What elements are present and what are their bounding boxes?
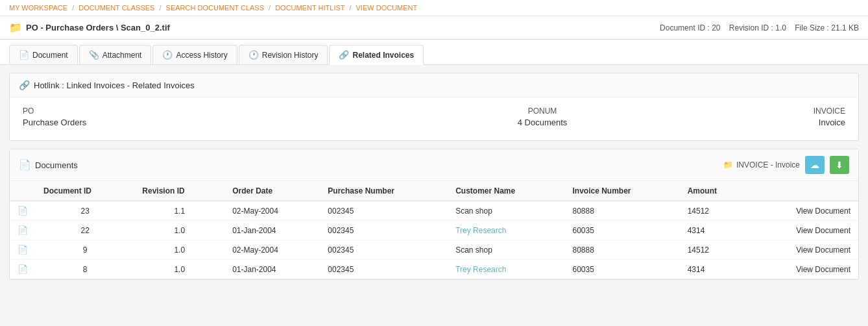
tab-access-history[interactable]: 🕐 Access History bbox=[152, 45, 237, 64]
row-doc-id: 23 bbox=[36, 201, 134, 221]
linked-left-value: Purchase Orders bbox=[23, 118, 369, 127]
breadcrumb-search-document-class[interactable]: SEARCH DOCUMENT CLASS bbox=[166, 4, 264, 12]
hotlink-text: Hotlink : Linked Invoices - Related Invo… bbox=[34, 81, 195, 90]
row-invoice-number: 60035 bbox=[564, 260, 679, 279]
row-invoice-number: 60035 bbox=[564, 221, 679, 240]
documents-table: Document ID Revision ID Order Date Purch… bbox=[10, 181, 858, 279]
main-content: 🔗 Hotlink : Linked Invoices - Related In… bbox=[0, 65, 868, 288]
download-icon: ⬇ bbox=[836, 160, 843, 170]
file-size-label: File Size : bbox=[795, 23, 829, 32]
document-tab-icon: 📄 bbox=[19, 50, 29, 60]
linked-col-left: PO Purchase Orders bbox=[23, 107, 369, 127]
view-document-link[interactable]: View Document bbox=[749, 201, 858, 221]
th-amount: Amount bbox=[680, 181, 750, 201]
file-size-value: 21.1 KB bbox=[831, 23, 859, 32]
view-document-link[interactable]: View Document bbox=[749, 240, 858, 260]
document-id-label: Document ID : bbox=[660, 23, 710, 32]
linked-left-label: PO bbox=[23, 107, 369, 116]
linked-right-label: INVOICE bbox=[716, 107, 845, 116]
th-document-id: Document ID bbox=[36, 181, 134, 201]
row-amount: 4314 bbox=[680, 221, 750, 240]
tab-revision-history-label: Revision History bbox=[262, 51, 319, 60]
row-invoice-number: 80888 bbox=[564, 201, 679, 221]
tab-attachment-label: Attachment bbox=[102, 51, 142, 60]
documents-title-text: Documents bbox=[35, 160, 78, 170]
linked-right-value: Invoice bbox=[716, 118, 845, 127]
document-id-value: 20 bbox=[712, 23, 720, 32]
related-invoices-tab-icon: 🔗 bbox=[339, 50, 349, 60]
row-rev-id: 1.1 bbox=[134, 201, 224, 221]
upload-button[interactable]: ☁ bbox=[805, 156, 825, 174]
row-order-date: 01-Jan-2004 bbox=[224, 221, 320, 240]
table-header-row: Document ID Revision ID Order Date Purch… bbox=[10, 181, 858, 201]
tab-revision-history[interactable]: 🕐 Revision History bbox=[239, 45, 328, 64]
row-purchase-number: 002345 bbox=[320, 201, 448, 221]
download-button[interactable]: ⬇ bbox=[830, 156, 849, 174]
breadcrumb-my-workspace[interactable]: MY WORKSPACE bbox=[9, 4, 67, 12]
row-doc-id: 8 bbox=[36, 260, 134, 279]
tab-document[interactable]: 📄 Document bbox=[9, 45, 78, 64]
doc-meta: Document ID : 20 Revision ID : 1.0 File … bbox=[660, 23, 859, 32]
breadcrumb-view-document[interactable]: VIEW DOCUMENT bbox=[356, 4, 418, 12]
documents-right: 📁 INVOICE - Invoice ☁ ⬇ bbox=[723, 156, 849, 174]
row-rev-id: 1.0 bbox=[134, 221, 224, 240]
revision-id-label: Revision ID : bbox=[729, 23, 773, 32]
row-rev-id: 1.0 bbox=[134, 260, 224, 279]
invoice-label: 📁 INVOICE - Invoice bbox=[723, 160, 800, 169]
breadcrumb: MY WORKSPACE / DOCUMENT CLASSES / SEARCH… bbox=[0, 0, 868, 16]
revision-id-value: 1.0 bbox=[775, 23, 786, 32]
th-customer-name: Customer Name bbox=[448, 181, 564, 201]
row-icon: 📄 bbox=[10, 240, 36, 260]
row-order-date: 01-Jan-2004 bbox=[224, 260, 320, 279]
th-action bbox=[749, 181, 858, 201]
th-icon bbox=[10, 181, 36, 201]
tab-attachment[interactable]: 📎 Attachment bbox=[79, 45, 152, 64]
linked-info: PO Purchase Orders PONUM 4 Documents INV… bbox=[10, 97, 858, 140]
row-amount: 14512 bbox=[680, 240, 750, 260]
row-purchase-number: 002345 bbox=[320, 221, 448, 240]
table-row: 📄 22 1.0 01-Jan-2004 002345 Trey Researc… bbox=[10, 221, 858, 240]
row-purchase-number: 002345 bbox=[320, 240, 448, 260]
breadcrumb-document-hitlist[interactable]: DOCUMENT HITLIST bbox=[275, 4, 344, 12]
row-customer-name: Trey Research bbox=[448, 221, 564, 240]
documents-title-icon: 📄 bbox=[19, 159, 31, 171]
doc-path-text: PO - Purchase Orders \ Scan_0_2.tif bbox=[26, 23, 170, 32]
attachment-tab-icon: 📎 bbox=[89, 50, 99, 60]
documents-header: 📄 Documents 📁 INVOICE - Invoice ☁ ⬇ bbox=[10, 149, 858, 181]
view-document-link[interactable]: View Document bbox=[749, 221, 858, 240]
row-doc-id: 22 bbox=[36, 221, 134, 240]
linked-col-right: INVOICE Invoice bbox=[716, 107, 845, 127]
row-invoice-number: 80888 bbox=[564, 240, 679, 260]
upload-icon: ☁ bbox=[810, 160, 819, 170]
hotlink-icon: 🔗 bbox=[19, 80, 30, 90]
tabs-bar: 📄 Document 📎 Attachment 🕐 Access History… bbox=[0, 40, 868, 65]
table-row: 📄 23 1.1 02-May-2004 002345 Scan shop 80… bbox=[10, 201, 858, 221]
access-history-tab-icon: 🕐 bbox=[162, 50, 173, 60]
breadcrumb-document-classes[interactable]: DOCUMENT CLASSES bbox=[78, 4, 154, 12]
row-icon: 📄 bbox=[10, 201, 36, 221]
tab-related-invoices[interactable]: 🔗 Related Invoices bbox=[329, 45, 424, 65]
th-revision-id: Revision ID bbox=[134, 181, 224, 201]
documents-section: 📄 Documents 📁 INVOICE - Invoice ☁ ⬇ bbox=[9, 149, 859, 280]
row-amount: 14512 bbox=[680, 201, 750, 221]
row-amount: 4314 bbox=[680, 260, 750, 279]
row-order-date: 02-May-2004 bbox=[224, 201, 320, 221]
linked-center-label: PONUM bbox=[369, 107, 716, 116]
view-document-link[interactable]: View Document bbox=[749, 260, 858, 279]
row-icon: 📄 bbox=[10, 221, 36, 240]
doc-path: 📁 PO - Purchase Orders \ Scan_0_2.tif bbox=[9, 21, 170, 34]
row-doc-id: 9 bbox=[36, 240, 134, 260]
linked-center-value: 4 Documents bbox=[369, 118, 716, 127]
row-rev-id: 1.0 bbox=[134, 240, 224, 260]
th-invoice-number: Invoice Number bbox=[564, 181, 679, 201]
th-order-date: Order Date bbox=[224, 181, 320, 201]
document-header: 📁 PO - Purchase Orders \ Scan_0_2.tif Do… bbox=[0, 16, 868, 40]
row-order-date: 02-May-2004 bbox=[224, 240, 320, 260]
tab-access-history-label: Access History bbox=[176, 51, 227, 60]
revision-history-tab-icon: 🕐 bbox=[248, 50, 259, 60]
folder-icon: 📁 bbox=[9, 21, 22, 34]
tab-related-invoices-label: Related Invoices bbox=[352, 51, 414, 60]
table-row: 📄 9 1.0 02-May-2004 002345 Scan shop 808… bbox=[10, 240, 858, 260]
th-purchase-number: Purchase Number bbox=[320, 181, 448, 201]
row-purchase-number: 002345 bbox=[320, 260, 448, 279]
